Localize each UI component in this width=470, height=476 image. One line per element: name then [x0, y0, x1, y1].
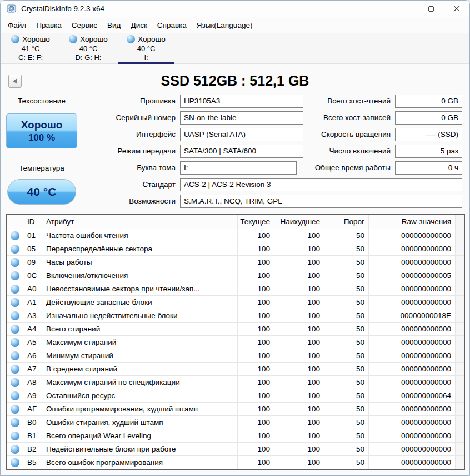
drive-tab-3[interactable]: Хорошо40 °CI:	[117, 33, 175, 63]
table-scrollbar[interactable]	[456, 323, 464, 335]
smart-raw: 000000000000	[369, 456, 456, 469]
smart-id: A1	[23, 296, 42, 309]
field-value-box[interactable]: I:	[180, 161, 297, 175]
smart-current: 100	[238, 416, 274, 429]
smart-row-01[interactable]: 01Частота ошибок чтения10010050000000000…	[7, 229, 464, 242]
table-scrollbar[interactable]	[456, 242, 464, 255]
smart-attribute: Всего ошибок программирования	[42, 456, 238, 469]
menubar: ФайлПравкаСервисВидДискСправкаЯзык(Langu…	[1, 17, 469, 33]
menu-item-4[interactable]: Вид	[102, 17, 126, 33]
smart-row-A3[interactable]: A3Изначально недействительные блоки10010…	[7, 309, 464, 323]
field-value-box[interactable]: S.M.A.R.T., NCQ, TRIM, GPL	[180, 195, 462, 208]
header-smart-threshold[interactable]: Порог	[324, 215, 369, 229]
smart-raw: 000000000000	[369, 429, 456, 442]
drive-tab-2[interactable]: Хорошо40 °CD: G: H:	[59, 33, 117, 63]
health-status-box[interactable]: Хорошо 100 %	[6, 113, 77, 148]
drive-tab-1[interactable]: Хорошо41 °CC: E: F:	[2, 33, 59, 63]
menu-item-1[interactable]: Файл	[3, 17, 31, 33]
table-scrollbar[interactable]	[456, 282, 464, 295]
smart-threshold: 50	[324, 256, 369, 269]
field-value-box[interactable]: 0 GB	[395, 95, 462, 108]
temperature-indicator[interactable]: 40 °C	[7, 179, 76, 205]
table-scrollbar[interactable]	[456, 429, 464, 442]
table-scrollbar[interactable]	[456, 403, 464, 415]
field-value-box[interactable]: 0 ч	[395, 161, 462, 175]
field-value-box[interactable]: HP3105A3	[180, 95, 303, 108]
smart-row-A6[interactable]: A6Минимум стираний10010050000000000000	[7, 349, 464, 363]
smart-row-05[interactable]: 05Перераспределённые сектора100100500000…	[7, 242, 464, 256]
smart-row-A8[interactable]: A8Максимум стираний по спецификации10010…	[7, 376, 464, 389]
smart-row-A0[interactable]: A0Невосстановимые сектора при чтении/зап…	[7, 282, 464, 296]
smart-row-A4[interactable]: A4Всего стираний10010050000000000000	[7, 323, 464, 336]
table-scrollbar[interactable]	[456, 309, 464, 322]
smart-row-A1[interactable]: A1Действующие запасные блоки100100500000…	[7, 296, 464, 309]
smart-row-0C[interactable]: 0CВключения/отключения100100500000000000…	[7, 269, 464, 282]
smart-raw: 000000000000	[369, 349, 456, 362]
attribute-status-icon	[11, 285, 19, 294]
attribute-status-icon	[11, 458, 19, 467]
table-scrollbar[interactable]	[456, 456, 464, 469]
field-value-box[interactable]: UASP (Serial ATA)	[180, 128, 303, 141]
smart-row-A5[interactable]: A5Максимум стираний10010050000000000000	[7, 336, 464, 349]
minimize-button[interactable]	[393, 1, 418, 17]
maximize-button[interactable]	[418, 1, 444, 17]
menu-item-7[interactable]: Язык(Language)	[192, 17, 258, 33]
menu-item-3[interactable]: Сервис	[67, 17, 102, 33]
smart-threshold: 50	[324, 229, 369, 242]
table-scrollbar[interactable]	[456, 443, 464, 455]
app-icon	[7, 4, 16, 13]
temperature-label: Температура	[6, 163, 77, 174]
smart-row-AF[interactable]: AFОшибки программирования, худший штамп1…	[7, 403, 464, 416]
field-value-box[interactable]: 5 раз	[395, 145, 462, 158]
attribute-status-icon-cell	[7, 229, 23, 242]
close-button[interactable]	[444, 1, 469, 17]
attribute-status-icon-cell	[7, 429, 23, 442]
drive-health-icon	[127, 35, 135, 43]
smart-worst: 100	[274, 336, 324, 349]
header-smart-current[interactable]: Текущее	[238, 215, 274, 229]
smart-row-A7[interactable]: A7В среднем стираний10010050000000000000	[7, 363, 464, 376]
smart-row-B5[interactable]: B5Всего ошибок программирования100100500…	[7, 456, 464, 469]
header-smart-worst[interactable]: Наихудшее	[274, 215, 324, 229]
header-smart-raw[interactable]: Raw-значения	[369, 215, 456, 229]
smart-attribute: Всего операций Wear Leveling	[42, 429, 238, 442]
field-value-box[interactable]: ---- (SSD)	[395, 128, 462, 141]
smart-row-B1[interactable]: B1Всего операций Wear Leveling1001005000…	[7, 429, 464, 443]
attribute-status-icon-cell	[7, 309, 23, 322]
smart-row-09[interactable]: 09Часы работы10010050000000000000	[7, 256, 464, 269]
table-scrollbar[interactable]	[456, 349, 464, 362]
header-smart-attribute[interactable]: Атрибут	[42, 215, 238, 229]
menu-item-6[interactable]: Справка	[152, 17, 192, 33]
table-scrollbar[interactable]	[456, 296, 464, 309]
field-value-box[interactable]: ACS-2 | ACS-2 Revision 3	[180, 178, 462, 191]
table-scrollbar[interactable]	[456, 336, 464, 349]
table-scrollbar[interactable]	[456, 363, 464, 375]
menu-item-2[interactable]: Правка	[31, 17, 67, 33]
smart-row-B0[interactable]: B0Ошибки стирания, худший штамп100100500…	[7, 416, 464, 429]
menu-item-5[interactable]: Диск	[126, 17, 152, 33]
window-controls	[393, 1, 469, 17]
smart-id: A9	[23, 389, 42, 402]
table-scrollbar[interactable]	[456, 376, 464, 389]
table-scrollbar[interactable]	[456, 389, 464, 402]
smart-attribute: Ошибки программирования, худший штамп	[42, 403, 238, 415]
field-value-box[interactable]: 0 GB	[395, 111, 462, 125]
smart-row-A9[interactable]: A9Оставшийся ресурс10010050000000000064	[7, 389, 464, 403]
smart-attribute: Включения/отключения	[42, 269, 238, 282]
table-scrollbar[interactable]	[456, 416, 464, 429]
table-scrollbar[interactable]	[456, 229, 464, 242]
table-scrollbar[interactable]	[456, 269, 464, 282]
smart-current: 100	[238, 269, 274, 282]
selected-tab-underline	[118, 62, 174, 64]
drive-tab-letters: D: G: H:	[76, 53, 102, 62]
field-value-box[interactable]: SATA/300 | SATA/600	[180, 145, 303, 158]
smart-id: A3	[23, 309, 42, 322]
smart-row-B2[interactable]: B2Недействительные блоки при работе10010…	[7, 443, 464, 456]
table-scrollbar[interactable]	[456, 256, 464, 269]
drive-tab-letters: I:	[144, 53, 148, 62]
field-label: Всего хост-записей	[301, 111, 391, 125]
field-value-box[interactable]: SN-on-the-lable	[180, 111, 303, 125]
header-smart-id[interactable]: ID	[23, 215, 42, 229]
smart-raw: 000000000000	[369, 416, 456, 429]
table-scrollbar[interactable]	[456, 215, 464, 229]
